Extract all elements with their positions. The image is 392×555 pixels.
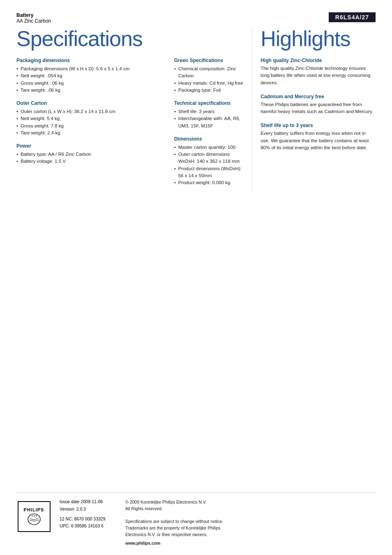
highlight-text-cadmium: These Philips batteries are guaranteed f… — [261, 101, 376, 116]
section-title-technical: Technical specifications — [174, 100, 246, 106]
highlight-zinc-chloride: High quality Zinc-Chloride The high qual… — [261, 58, 376, 86]
logo-box: PHILIPS ✦✦✦ — [18, 501, 51, 532]
highlights-title: Highlights — [261, 28, 376, 49]
left-column: Specifications Packaging dimensions Pack… — [16, 28, 168, 193]
section-packaging-dimensions: Packaging dimensions Packaging dimension… — [16, 58, 156, 94]
battery-type: Battery — [16, 12, 51, 18]
main-content: Specifications Packaging dimensions Pack… — [16, 28, 376, 193]
list-item: Packaging dimensions (W x H x D): 5.6 x … — [16, 65, 156, 72]
disclaimer: Specifications are subject to change wit… — [125, 518, 376, 538]
section-outer-carton: Outer Carton Outer carton (L x W x H): 3… — [16, 100, 156, 136]
list-item: Outer carton dimensions WxDxH: 140 x 362… — [174, 151, 246, 165]
footer-col-dates: Issue date 2009-11-06 Version: 2.0.3 12 … — [60, 499, 113, 547]
highlight-title-cadmium: Cadmium and Mercury free — [261, 94, 376, 99]
list-item: Gross weight: .06 kg — [16, 80, 156, 87]
list-item: Packaging type: Foil — [174, 87, 246, 94]
logo-text: PHILIPS — [24, 507, 44, 512]
issue-date: Issue date 2009-11-06 — [60, 499, 113, 504]
version: Version: 2.0.3 — [60, 506, 113, 511]
philips-logo: PHILIPS ✦✦✦ — [16, 499, 51, 534]
footer-info: Issue date 2009-11-06 Version: 2.0.3 12 … — [60, 499, 376, 547]
page: Battery AA Zinc Carbon R6LS4A/27 Specifi… — [0, 0, 392, 555]
right-column: Highlights High quality Zinc-Chloride Th… — [252, 28, 376, 193]
highlight-title-zinc: High quality Zinc-Chloride — [261, 58, 376, 63]
list-item: Nett weight: 5.4 kg — [16, 115, 156, 122]
power-list: Battery type: AA / R6 Zinc Carbon Batter… — [16, 151, 156, 165]
list-item: Tare weight: .06 kg — [16, 87, 156, 94]
section-technical-specs: Technical specifications Shelf life: 3 y… — [174, 100, 246, 130]
highlight-shelf-life: Shelf life up to 3 years Every battery s… — [261, 123, 376, 151]
list-item: Product weight: 0.060 kg — [174, 179, 246, 186]
nc-upc: 12 NC: 8670 000 33329UPC: 6 09585 14163 … — [60, 516, 113, 530]
highlight-text-zinc: The high quality Zinc-Chloride technolog… — [261, 65, 376, 86]
page-title: Specifications — [16, 28, 156, 49]
website: www.philips.com — [125, 540, 376, 547]
highlight-cadmium-mercury: Cadmium and Mercury free These Philips b… — [261, 94, 376, 116]
section-title-power: Power — [16, 143, 156, 149]
list-item: Heavy metals: Cd free, Hg free — [174, 80, 246, 87]
outer-carton-list: Outer carton (L x W x H): 36.2 x 14 x 11… — [16, 108, 156, 136]
section-green-specs: Green Specifications Chemical compositio… — [174, 58, 246, 94]
list-item: Battery type: AA / R6 Zinc Carbon — [16, 151, 156, 158]
header: Battery AA Zinc Carbon R6LS4A/27 — [16, 12, 376, 24]
section-dimensions: Dimensions Master carton quantity: 100 O… — [174, 136, 246, 187]
list-item: Master carton quantity: 100 — [174, 144, 246, 151]
technical-list: Shelf life: 3 years Interchangeable with… — [174, 108, 246, 130]
section-title-outer-carton: Outer Carton — [16, 100, 156, 106]
packaging-list: Packaging dimensions (W x H x D): 5.6 x … — [16, 65, 156, 94]
list-item: Shelf life: 3 years — [174, 108, 246, 115]
section-title-dimensions: Dimensions — [174, 136, 246, 142]
highlight-text-shelf: Every battery suffers from energy loss w… — [261, 130, 376, 151]
section-title-packaging: Packaging dimensions — [16, 58, 156, 63]
list-item: Gross weight: 7.8 kg — [16, 123, 156, 130]
list-item: Nett weight: .054 kg — [16, 72, 156, 79]
battery-label: Battery AA Zinc Carbon — [16, 12, 51, 24]
list-item: Chemical composition: Zinc Carbon — [174, 65, 246, 80]
highlight-title-shelf: Shelf life up to 3 years — [261, 123, 376, 128]
svg-text:✦✦✦: ✦✦✦ — [31, 515, 37, 518]
footer-col-legal: © 2009 Koninklijke Philips Electronics N… — [125, 499, 376, 547]
middle-column: Green Specifications Chemical compositio… — [168, 28, 252, 193]
list-item: Product dimensions (WxDxH): 56 x 14 x 50… — [174, 165, 246, 180]
copyright: © 2009 Koninklijke Philips Electronics N… — [125, 499, 376, 512]
dimensions-list: Master carton quantity: 100 Outer carton… — [174, 144, 246, 187]
list-item: Interchangeable with: AA, R6, UM3, 15F, … — [174, 115, 246, 130]
green-specs-list: Chemical composition: Zinc Carbon Heavy … — [174, 65, 246, 94]
list-item: Tare weight: 2.4 kg — [16, 130, 156, 136]
philips-shield-icon: ✦✦✦ — [26, 513, 42, 525]
footer: PHILIPS ✦✦✦ Issue date 2009-11-06 Versio… — [16, 493, 376, 547]
battery-subtype: AA Zinc Carbon — [16, 18, 51, 24]
list-item: Outer carton (L x W x H): 36.2 x 14 x 11… — [16, 108, 156, 115]
section-power: Power Battery type: AA / R6 Zinc Carbon … — [16, 143, 156, 165]
section-title-green: Green Specifications — [174, 58, 246, 63]
product-code: R6LS4A/27 — [329, 12, 376, 22]
list-item: Battery voltage: 1,5 V — [16, 158, 156, 165]
